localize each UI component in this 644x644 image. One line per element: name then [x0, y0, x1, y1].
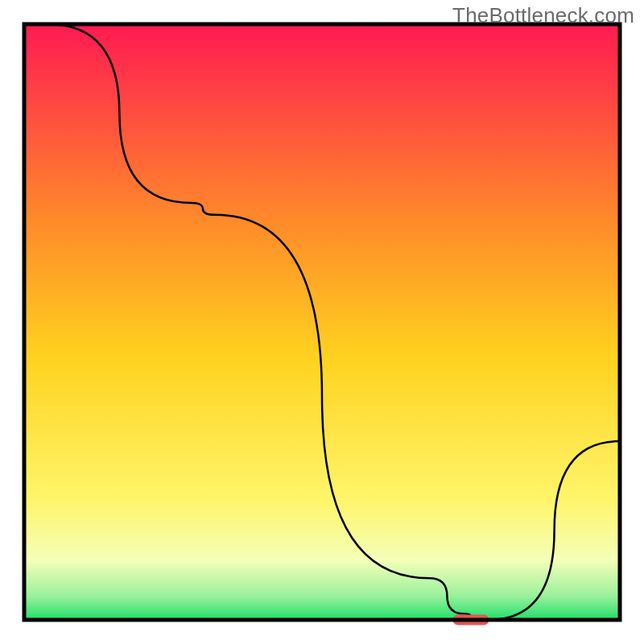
- bottleneck-chart: TheBottleneck.com: [0, 0, 644, 644]
- plot-background: [24, 24, 620, 620]
- chart-canvas: [0, 0, 644, 644]
- watermark-text: TheBottleneck.com: [452, 3, 634, 28]
